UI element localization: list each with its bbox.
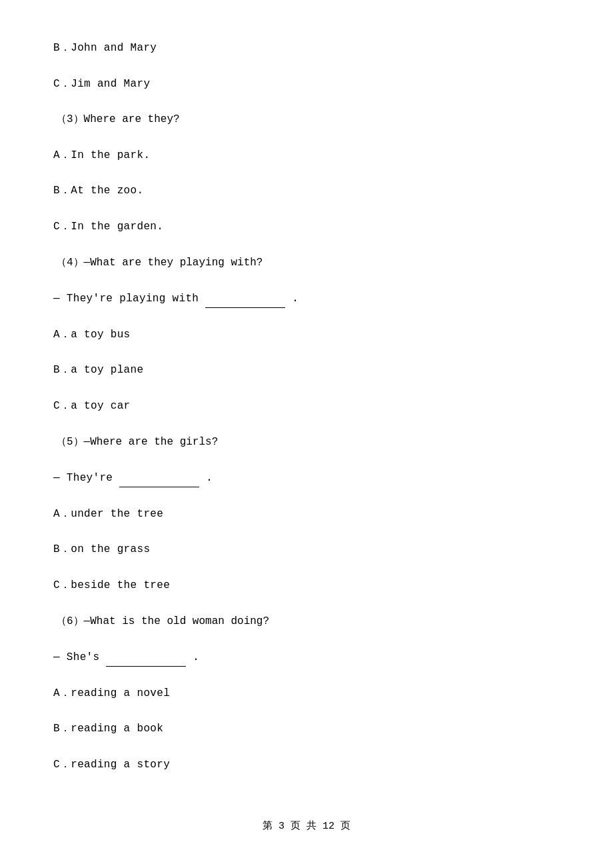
text-q5-answer: — They're: [53, 472, 113, 484]
line-b-john-mary: B．John and Mary: [53, 40, 560, 57]
line-c-garden: C．In the garden.: [53, 219, 560, 236]
text-c-jim-mary: C．Jim and Mary: [53, 78, 150, 90]
text-q5-header: （5）—Where are the girls?: [56, 436, 218, 448]
line-b-zoo: B．At the zoo.: [53, 183, 560, 200]
text-c-reading-story: C．reading a story: [53, 759, 170, 771]
text-a-reading-novel: A．reading a novel: [53, 687, 170, 699]
text-a-park: A．In the park.: [53, 149, 150, 161]
line-c-beside-tree: C．beside the tree: [53, 577, 560, 595]
text-a-under-tree: A．under the tree: [53, 508, 163, 520]
question-6-header: （6）—What is the old woman doing?: [53, 613, 560, 631]
text-q4-answer: — They're playing with: [53, 293, 199, 305]
main-content: B．John and Mary C．Jim and Mary （3）Where …: [53, 40, 560, 773]
period-q4: .: [292, 293, 299, 305]
page-footer: 第 3 页 共 12 页: [0, 819, 613, 835]
blank-q5: [119, 469, 199, 487]
line-a-under-tree: A．under the tree: [53, 506, 560, 523]
period-q5: .: [206, 472, 213, 484]
text-c-toy-car: C．a toy car: [53, 400, 131, 412]
blank-q6: [106, 649, 186, 667]
q4-answer-line: — They're playing with .: [53, 290, 560, 308]
line-b-reading-book: B．reading a book: [53, 721, 560, 738]
text-q6-header: （6）—What is the old woman doing?: [56, 615, 269, 627]
line-a-toy-bus: A．a toy bus: [53, 327, 560, 344]
line-a-park: A．In the park.: [53, 147, 560, 165]
text-c-beside-tree: C．beside the tree: [53, 579, 170, 591]
text-a-toy-bus: A．a toy bus: [53, 329, 131, 341]
footer-text: 第 3 页 共 12 页: [263, 821, 350, 832]
text-b-john-mary: B．John and Mary: [53, 42, 157, 54]
text-b-on-grass: B．on the grass: [53, 543, 150, 555]
line-c-jim-mary: C．Jim and Mary: [53, 76, 560, 93]
text-q6-answer: — She's: [53, 651, 99, 663]
question-4-header: （4）—What are they playing with?: [53, 255, 560, 272]
text-q3-header: （3）Where are they?: [56, 113, 180, 125]
text-b-zoo: B．At the zoo.: [53, 185, 143, 197]
text-q4-header: （4）—What are they playing with?: [56, 257, 263, 269]
q5-answer-line: — They're .: [53, 469, 560, 487]
question-5-header: （5）—Where are the girls?: [53, 434, 560, 451]
text-b-reading-book: B．reading a book: [53, 723, 163, 735]
question-3-header: （3）Where are they?: [53, 111, 560, 129]
q6-answer-line: — She's .: [53, 649, 560, 667]
line-c-toy-car: C．a toy car: [53, 398, 560, 415]
text-c-garden: C．In the garden.: [53, 221, 163, 233]
period-q6: .: [193, 651, 199, 663]
text-b-toy-plane: B．a toy plane: [53, 364, 143, 376]
line-b-toy-plane: B．a toy plane: [53, 362, 560, 379]
line-a-reading-novel: A．reading a novel: [53, 685, 560, 703]
line-c-reading-story: C．reading a story: [53, 757, 560, 774]
blank-q4: [205, 290, 285, 308]
line-b-on-grass: B．on the grass: [53, 541, 560, 559]
